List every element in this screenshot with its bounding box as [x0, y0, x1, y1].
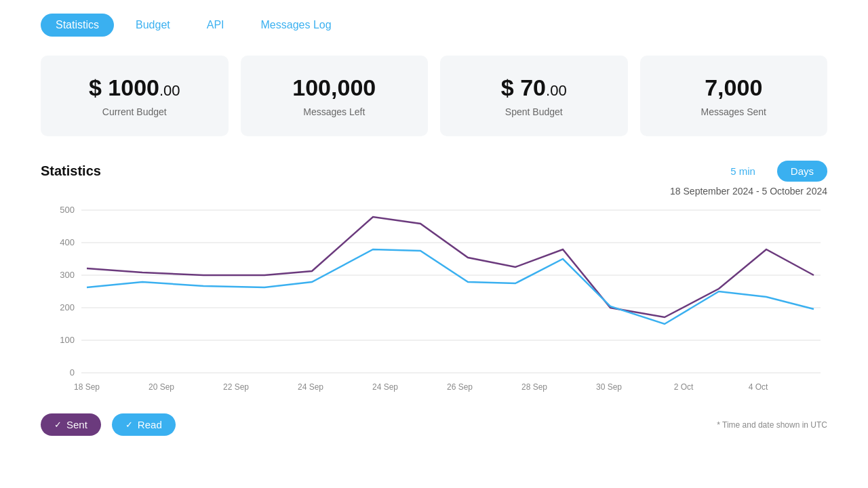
card-messages-left: 100,000 Messages Left	[241, 56, 429, 136]
legend-sent-button[interactable]: ✓ Sent	[41, 413, 101, 436]
stats-header: Statistics 5 min Days	[41, 161, 827, 182]
svg-text:24 Sep: 24 Sep	[372, 382, 398, 392]
stat-cards: $ 1000.00 Current Budget 100,000 Message…	[41, 56, 827, 136]
card-messages-left-value: 100,000	[257, 75, 412, 101]
svg-text:20 Sep: 20 Sep	[149, 382, 174, 392]
svg-text:500: 500	[60, 205, 75, 215]
svg-text:24 Sep: 24 Sep	[298, 382, 323, 392]
tab-messages-log[interactable]: Messages Log	[246, 14, 347, 37]
svg-text:0: 0	[70, 367, 75, 378]
svg-text:100: 100	[60, 335, 75, 345]
card-current-budget-value: $ 1000.00	[57, 75, 212, 101]
legend-sent-label: Sent	[66, 419, 87, 430]
card-messages-sent-label: Messages Sent	[656, 106, 812, 117]
card-spent-budget-label: Spent Budget	[456, 106, 612, 117]
sent-line	[87, 217, 814, 317]
legend-row: ✓ Sent ✓ Read * Time and date shown in U…	[41, 413, 827, 436]
ctrl-days[interactable]: Days	[777, 161, 827, 182]
card-current-budget-label: Current Budget	[57, 106, 212, 117]
svg-text:300: 300	[60, 270, 75, 280]
svg-text:28 Sep: 28 Sep	[521, 382, 547, 392]
svg-text:18 Sep: 18 Sep	[74, 382, 100, 392]
svg-text:200: 200	[60, 302, 75, 312]
legend-read-button[interactable]: ✓ Read	[112, 413, 176, 436]
svg-text:2 Oct: 2 Oct	[674, 382, 694, 392]
nav-tabs: Statistics Budget API Messages Log	[41, 14, 827, 37]
statistics-section: Statistics 5 min Days 18 September 2024 …	[41, 161, 827, 436]
read-check-icon: ✓	[125, 420, 133, 430]
card-spent-budget-cents: .00	[546, 82, 567, 99]
svg-text:26 Sep: 26 Sep	[447, 382, 473, 392]
read-line	[87, 249, 814, 324]
card-messages-sent-value: 7,000	[656, 75, 812, 101]
card-messages-sent: 7,000 Messages Sent	[640, 56, 828, 136]
svg-text:400: 400	[60, 237, 75, 247]
tab-api[interactable]: API	[192, 14, 239, 37]
tab-statistics[interactable]: Statistics	[41, 14, 114, 37]
tab-budget[interactable]: Budget	[121, 14, 185, 37]
card-spent-budget: $ 70.00 Spent Budget	[440, 56, 628, 136]
svg-text:22 Sep: 22 Sep	[223, 382, 249, 392]
chart-svg: 500 400 300 200 100 0 18 Sep 20 Sep 22 S…	[41, 203, 827, 407]
date-range: 18 September 2024 - 5 October 2024	[41, 186, 827, 197]
card-messages-left-label: Messages Left	[257, 106, 412, 117]
card-current-budget: $ 1000.00 Current Budget	[41, 56, 229, 136]
svg-text:4 Oct: 4 Oct	[749, 382, 768, 392]
svg-text:30 Sep: 30 Sep	[596, 382, 622, 392]
legend-read-label: Read	[138, 419, 162, 430]
sent-check-icon: ✓	[54, 420, 62, 430]
card-spent-budget-value: $ 70.00	[456, 75, 612, 101]
chart-container: 500 400 300 200 100 0 18 Sep 20 Sep 22 S…	[41, 203, 827, 407]
stats-controls: 5 min Days	[717, 161, 827, 182]
card-current-budget-cents: .00	[159, 82, 180, 99]
stats-title: Statistics	[41, 163, 101, 179]
ctrl-5min[interactable]: 5 min	[717, 161, 769, 182]
utc-note: * Time and date shown in UTC	[717, 420, 827, 430]
